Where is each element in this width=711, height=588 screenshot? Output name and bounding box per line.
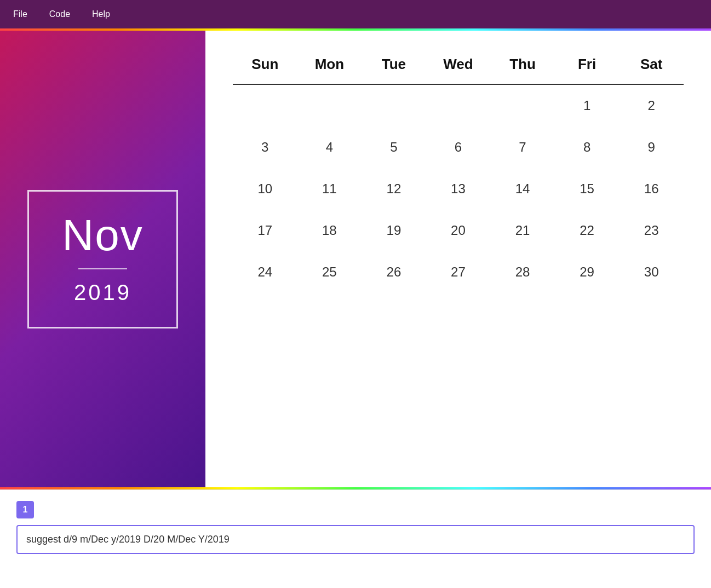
calendar-day[interactable]: 15: [555, 168, 620, 210]
col-sat: Sat: [619, 47, 684, 84]
command-input[interactable]: [26, 534, 685, 545]
menu-help[interactable]: Help: [88, 7, 114, 21]
calendar-table: Sun Mon Tue Wed Thu Fri Sat 123456789101…: [233, 47, 684, 293]
calendar-day[interactable]: 6: [426, 126, 491, 168]
calendar-day[interactable]: 8: [555, 126, 620, 168]
calendar-week-row: 17181920212223: [233, 210, 684, 251]
calendar-day[interactable]: 2: [619, 84, 684, 126]
calendar-day[interactable]: 9: [619, 126, 684, 168]
calendar-day[interactable]: 28: [490, 251, 555, 293]
calendar-week-row: 24252627282930: [233, 251, 684, 293]
month-box: Nov 2019: [27, 190, 177, 328]
calendar-day[interactable]: 11: [297, 168, 362, 210]
col-thu: Thu: [490, 47, 555, 84]
sidebar: Nov 2019: [0, 31, 205, 487]
menu-file[interactable]: File: [9, 7, 32, 21]
calendar-day[interactable]: 10: [233, 168, 297, 210]
calendar-day[interactable]: 18: [297, 210, 362, 251]
calendar-day[interactable]: 27: [426, 251, 491, 293]
menu-code[interactable]: Code: [45, 7, 74, 21]
calendar-week-row: 3456789: [233, 126, 684, 168]
calendar-day[interactable]: 19: [362, 210, 426, 251]
calendar-day[interactable]: 14: [490, 168, 555, 210]
line-number-area: 1: [16, 501, 695, 518]
main-area: Nov 2019 Sun Mon Tue Wed Thu Fri Sat 123…: [0, 31, 711, 487]
calendar-week-row: 10111213141516: [233, 168, 684, 210]
command-input-wrapper[interactable]: [16, 525, 695, 554]
calendar-day[interactable]: 22: [555, 210, 620, 251]
calendar-week-row: 12: [233, 84, 684, 126]
calendar-day[interactable]: 25: [297, 251, 362, 293]
year-label: 2019: [62, 280, 143, 305]
bottom-panel: 1: [0, 489, 711, 588]
calendar-day[interactable]: 21: [490, 210, 555, 251]
calendar-day[interactable]: 1: [555, 84, 620, 126]
calendar-day[interactable]: 20: [426, 210, 491, 251]
calendar-header-row: Sun Mon Tue Wed Thu Fri Sat: [233, 47, 684, 84]
calendar-day[interactable]: 17: [233, 210, 297, 251]
calendar-day[interactable]: 5: [362, 126, 426, 168]
col-sun: Sun: [233, 47, 297, 84]
menu-bar: File Code Help: [0, 0, 711, 28]
calendar-section: Sun Mon Tue Wed Thu Fri Sat 123456789101…: [205, 31, 711, 487]
calendar-day: [233, 84, 297, 126]
calendar-day[interactable]: 26: [362, 251, 426, 293]
calendar-day[interactable]: 13: [426, 168, 491, 210]
calendar-day[interactable]: 4: [297, 126, 362, 168]
calendar-day[interactable]: 7: [490, 126, 555, 168]
line-number-badge: 1: [16, 501, 34, 518]
col-tue: Tue: [362, 47, 426, 84]
calendar-day[interactable]: 12: [362, 168, 426, 210]
month-label: Nov: [62, 214, 143, 257]
calendar-day[interactable]: 24: [233, 251, 297, 293]
calendar-day[interactable]: 16: [619, 168, 684, 210]
col-fri: Fri: [555, 47, 620, 84]
col-wed: Wed: [426, 47, 491, 84]
col-mon: Mon: [297, 47, 362, 84]
month-divider: [78, 268, 127, 269]
calendar-day[interactable]: 29: [555, 251, 620, 293]
calendar-day: [490, 84, 555, 126]
calendar-day: [426, 84, 491, 126]
calendar-day: [362, 84, 426, 126]
calendar-day[interactable]: 30: [619, 251, 684, 293]
calendar-day: [297, 84, 362, 126]
calendar-day[interactable]: 23: [619, 210, 684, 251]
calendar-day[interactable]: 3: [233, 126, 297, 168]
